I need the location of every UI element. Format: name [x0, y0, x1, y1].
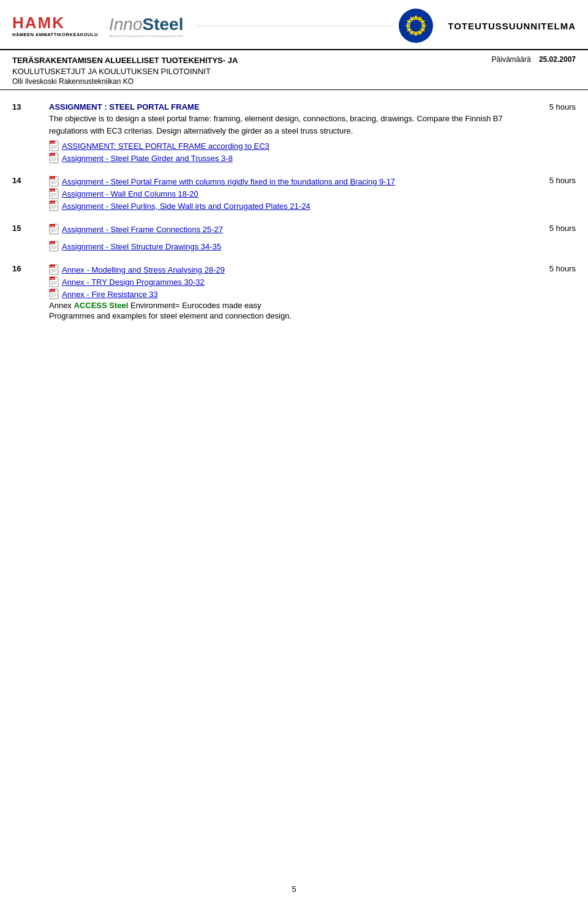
- pdf-icon-16-1: PDF: [49, 276, 59, 287]
- sub-header: TERÄSRAKENTAMISEN ALUEELLISET TUOTEKEHIT…: [0, 50, 588, 90]
- section-16: 16 PDF Annex - Modelling and Stress A: [12, 264, 576, 320]
- pdf-link-text-16-2: Annex - Fire Resistance 33: [62, 290, 158, 299]
- pdf-icon-13-0: PDF: [49, 140, 59, 151]
- sub-header-left: TERÄSRAKENTAMISEN ALUEELLISET TUOTEKEHIT…: [12, 55, 473, 86]
- section-body-15: PDF Assignment - Steel Frame Connections…: [49, 224, 527, 253]
- section-body-16: PDF Annex - Modelling and Stress Analysi…: [49, 264, 527, 320]
- sub-header-author: Olli Ilveskoski Rakennustekniikan KO: [12, 77, 473, 86]
- footer: 5: [0, 885, 588, 894]
- pdf-icon-14-0: PDF: [49, 176, 59, 187]
- sub-header-right: Päivämäärä 25.02.2007: [473, 55, 576, 64]
- section-13: 13 ASSIGNMENT : STEEL PORTAL FRAME The o…: [12, 102, 576, 165]
- section-hours-14: 5 hours: [527, 176, 576, 185]
- pdf-icon-16-2: PDF: [49, 289, 59, 300]
- access-highlight: ACCESS Steel: [74, 301, 128, 310]
- hamk-text: HAMK: [12, 15, 98, 31]
- pdf-link-14-1[interactable]: PDF Assignment - Wall End Columns 18-20: [49, 188, 527, 199]
- hamk-logo: HAMK HÄMEEN AMMATTIKORKEAKOULU: [12, 15, 98, 37]
- main-content: 13 ASSIGNMENT : STEEL PORTAL FRAME The o…: [0, 90, 588, 356]
- assignment-desc-13: The objective is to design a steel porta…: [49, 113, 527, 137]
- pdf-link-text-15-0: Assignment - Steel Frame Connections 25-…: [62, 225, 223, 234]
- date-value: 25.02.2007: [539, 55, 576, 64]
- sub-header-title-line2: KOULUTUSKETJUT JA KOULUTUKSEN PILOTOINNI…: [12, 66, 473, 77]
- section-number-13: 13: [12, 102, 49, 111]
- section-body-14: PDF Assignment - Steel Portal Frame with…: [49, 176, 527, 213]
- innosteel-prefix: Inno: [109, 15, 143, 34]
- pdf-link-13-1[interactable]: PDF Assignment - Steel Plate Girder and …: [49, 153, 527, 164]
- pdf-link-text-14-0: Assignment - Steel Portal Frame with col…: [62, 177, 395, 186]
- pdf-icon-15-1: PDF: [49, 241, 59, 252]
- pdf-link-15-1[interactable]: PDF Assignment - Steel Structure Drawing…: [49, 241, 527, 252]
- hamk-full-name: HÄMEEN AMMATTIKORKEAKOULU: [12, 32, 98, 37]
- pdf-link-15-0[interactable]: PDF Assignment - Steel Frame Connections…: [49, 224, 527, 235]
- pdf-link-16-1[interactable]: PDF Annex - TRY Design Programmes 30-32: [49, 276, 527, 287]
- svg-text:PDF: PDF: [50, 290, 56, 293]
- svg-text:PDF: PDF: [50, 265, 56, 268]
- dotted-divider: [198, 26, 393, 26]
- section-number-15: 15: [12, 224, 49, 233]
- svg-text:PDF: PDF: [50, 177, 56, 180]
- section-hours-15: 5 hours: [527, 224, 576, 233]
- pdf-link-text-13-1: Assignment - Steel Plate Girder and Trus…: [62, 154, 233, 163]
- pdf-link-14-2[interactable]: PDF Assignment - Steel Purlins, Side Wal…: [49, 200, 527, 211]
- annex-suffix: Environment= Eurocodes made easy: [128, 301, 261, 310]
- section-hours-13: 5 hours: [527, 102, 576, 111]
- pdf-link-13-0[interactable]: PDF ASSIGNMENT: STEEL PORTAL FRAME accor…: [49, 140, 527, 151]
- page: HAMK HÄMEEN AMMATTIKORKEAKOULU InnoSteel: [0, 0, 588, 906]
- sub-header-title-line1: TERÄSRAKENTAMISEN ALUEELLISET TUOTEKEHIT…: [12, 55, 473, 66]
- section-14: 14 PDF Assignment - Steel Portal Fram: [12, 176, 576, 213]
- eu-logo: [399, 9, 433, 43]
- section-15: 15 PDF Assignment - Steel Frame Conne: [12, 224, 576, 253]
- section-hours-16: 5 hours: [527, 264, 576, 273]
- pdf-link-text-15-1: Assignment - Steel Structure Drawings 34…: [62, 242, 221, 251]
- pdf-link-text-14-1: Assignment - Wall End Columns 18-20: [62, 189, 198, 198]
- section-body-13: ASSIGNMENT : STEEL PORTAL FRAME The obje…: [49, 102, 527, 165]
- pdf-icon-15-0: PDF: [49, 224, 59, 235]
- innosteel-logo: InnoSteel: [109, 15, 183, 37]
- page-number: 5: [292, 885, 296, 894]
- pdf-link-16-0[interactable]: PDF Annex - Modelling and Stress Analysi…: [49, 264, 527, 275]
- section-number-14: 14: [12, 176, 49, 185]
- programmes-line: Programmes and examples for steel elemen…: [49, 311, 527, 320]
- section-number-16: 16: [12, 264, 49, 273]
- svg-text:PDF: PDF: [50, 142, 56, 145]
- eu-circle: [399, 9, 433, 43]
- pdf-icon-14-2: PDF: [49, 200, 59, 211]
- svg-text:PDF: PDF: [50, 202, 56, 205]
- pdf-link-text-14-2: Assignment - Steel Purlins, Side Wall ir…: [62, 202, 311, 211]
- pdf-icon-14-1: PDF: [49, 188, 59, 199]
- svg-text:PDF: PDF: [50, 242, 56, 245]
- svg-text:PDF: PDF: [50, 277, 56, 281]
- pdf-icon-13-1: PDF: [49, 153, 59, 164]
- assignment-title-13: ASSIGNMENT : STEEL PORTAL FRAME: [49, 102, 527, 111]
- pdf-link-16-2[interactable]: PDF Annex - Fire Resistance 33: [49, 289, 527, 300]
- svg-text:PDF: PDF: [50, 225, 56, 228]
- pdf-link-14-0[interactable]: PDF Assignment - Steel Portal Frame with…: [49, 176, 527, 187]
- pdf-link-text-13-0: ASSIGNMENT: STEEL PORTAL FRAME according…: [62, 142, 270, 151]
- innosteel-suffix: Steel: [143, 15, 184, 34]
- pdf-link-text-16-0: Annex - Modelling and Stress Analysing 2…: [62, 265, 225, 274]
- svg-text:PDF: PDF: [50, 154, 56, 157]
- toteutus-title: TOTEUTUSSUUNNITELMA: [448, 21, 576, 31]
- annex-prefix: Annex: [49, 301, 74, 310]
- date-label: Päivämäärä: [492, 55, 531, 64]
- annex-line-16-3: Annex ACCESS Steel Environment= Eurocode…: [49, 301, 527, 310]
- svg-text:PDF: PDF: [50, 189, 56, 192]
- header: HAMK HÄMEEN AMMATTIKORKEAKOULU InnoSteel: [0, 0, 588, 50]
- pdf-icon-16-0: PDF: [49, 264, 59, 275]
- pdf-link-text-16-1: Annex - TRY Design Programmes 30-32: [62, 277, 205, 287]
